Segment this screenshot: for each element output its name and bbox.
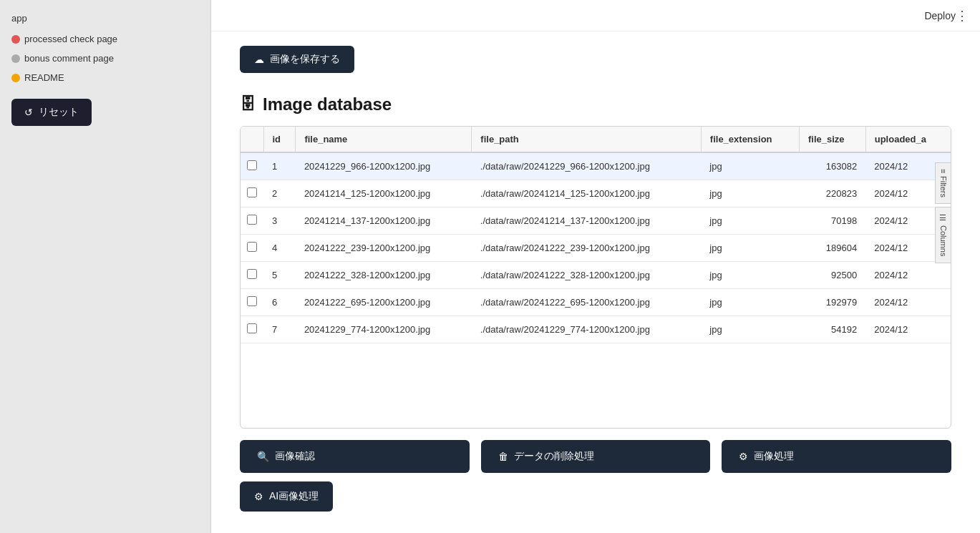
table-cell: jpg [701,262,799,289]
table-cell: ./data/raw/20241229_966-1200x1200.jpg [472,152,701,180]
row-checkbox-cell[interactable] [241,152,263,180]
table-cell: jpg [701,235,799,262]
section-title: 🗄 Image database [240,94,951,114]
table-cell: 4 [263,235,296,262]
col-file-name: file_name [296,127,472,152]
row-checkbox[interactable] [247,296,257,306]
table-cell: jpg [701,316,799,343]
table-cell: 2024/12 [865,262,951,289]
table-row: 420241222_239-1200x1200.jpg./data/raw/20… [241,235,951,262]
table-row: 520241222_328-1200x1200.jpg./data/raw/20… [241,262,951,289]
bottom-row-2: ⚙ AI画像処理 [240,481,951,512]
table-cell: 20241214_137-1200x1200.jpg [296,207,472,235]
delete-data-button[interactable]: 🗑 データの削除処理 [481,440,711,473]
sidebar: app processed check page bonus comment p… [0,0,211,533]
table-cell: 2 [263,180,296,207]
sidebar-item-processed-check[interactable]: processed check page [0,29,210,49]
cloud-upload-icon: ☁ [254,54,264,65]
table-cell: 20241222_328-1200x1200.jpg [296,262,472,289]
row-checkbox-cell[interactable] [241,262,263,289]
table-cell: jpg [701,180,799,207]
row-checkbox[interactable] [247,160,257,170]
trash-icon: 🗑 [498,451,508,462]
table-header-row: id file_name file_path file_extension fi… [241,127,951,152]
gear-icon: ⚙ [739,451,748,462]
content-area: ☁ 画像を保存する 🗄 Image database id file_name … [211,31,980,533]
row-checkbox-cell[interactable] [241,180,263,207]
table-cell: 163082 [799,152,865,180]
bonus-comment-icon [11,54,20,63]
table-scroll-area[interactable]: id file_name file_path file_extension fi… [241,127,951,428]
search-icon: 🔍 [257,451,269,462]
image-process-button[interactable]: ⚙ 画像処理 [722,440,951,473]
bottom-actions: 🔍 画像確認 🗑 データの削除処理 ⚙ 画像処理 ⚙ AI画像処理 [240,429,951,519]
filters-button[interactable]: ≡ Filters [935,162,951,204]
table-row: 220241214_125-1200x1200.jpg./data/raw/20… [241,180,951,207]
sidebar-item-readme[interactable]: README [0,68,210,87]
table-cell: ./data/raw/20241214_137-1200x1200.jpg [472,207,701,235]
table-cell: 2024/12 [865,289,951,316]
readme-icon [11,74,20,82]
table-cell: jpg [701,207,799,235]
header-checkbox-cell [241,127,263,152]
table-cell: jpg [701,289,799,316]
table-cell: 220823 [799,180,865,207]
row-checkbox[interactable] [247,242,257,252]
image-check-button[interactable]: 🔍 画像確認 [240,440,470,473]
table-cell: 3 [263,207,296,235]
row-checkbox[interactable] [247,323,257,333]
main-content: Deploy ⋮ ☁ 画像を保存する 🗄 Image database id [211,0,980,533]
filter-icon: ≡ [939,169,948,173]
app-label: app [0,7,210,29]
table-cell: 7 [263,316,296,343]
bottom-row-1: 🔍 画像確認 🗑 データの削除処理 ⚙ 画像処理 [240,440,951,473]
top-bar: Deploy ⋮ [211,0,980,31]
table-cell: ./data/raw/20241222_239-1200x1200.jpg [472,235,701,262]
table-cell: 20241222_695-1200x1200.jpg [296,289,472,316]
table-row: 720241229_774-1200x1200.jpg./data/raw/20… [241,316,951,343]
row-checkbox-cell[interactable] [241,289,263,316]
table-cell: jpg [701,152,799,180]
table-cell: 20241229_966-1200x1200.jpg [296,152,472,180]
col-uploaded-at: uploaded_a [865,127,951,152]
data-table: id file_name file_path file_extension fi… [241,127,951,343]
reset-button[interactable]: ↺ リセット [11,99,92,126]
table-cell: 189604 [799,235,865,262]
columns-icon: ☰ [938,213,948,223]
table-cell: 20241222_239-1200x1200.jpg [296,235,472,262]
table-cell: 192979 [799,289,865,316]
table-cell: 54192 [799,316,865,343]
table-row: 620241222_695-1200x1200.jpg./data/raw/20… [241,289,951,316]
deploy-button[interactable]: Deploy [924,10,956,21]
sidebar-item-bonus-comment[interactable]: bonus comment page [0,49,210,68]
sidebar-item-label: bonus comment page [24,53,114,64]
sidebar-item-label: README [24,72,64,83]
row-checkbox-cell[interactable] [241,316,263,343]
table-cell: 2024/12 [865,316,951,343]
table-body: 120241229_966-1200x1200.jpg./data/raw/20… [241,152,951,343]
sidebar-item-label: processed check page [24,34,117,44]
row-checkbox[interactable] [247,269,257,279]
row-checkbox[interactable] [247,215,257,225]
refresh-icon: ↺ [24,107,33,118]
col-file-size: file_size [799,127,865,152]
database-icon: 🗄 [240,95,256,114]
table-row: 320241214_137-1200x1200.jpg./data/raw/20… [241,207,951,235]
table-row: 120241229_966-1200x1200.jpg./data/raw/20… [241,152,951,180]
image-database-table: id file_name file_path file_extension fi… [240,126,951,429]
table-cell: 1 [263,152,296,180]
table-cell: 20241229_774-1200x1200.jpg [296,316,472,343]
row-checkbox-cell[interactable] [241,207,263,235]
row-checkbox-cell[interactable] [241,235,263,262]
table-cell: ./data/raw/20241222_695-1200x1200.jpg [472,289,701,316]
ai-image-process-button[interactable]: ⚙ AI画像処理 [240,481,333,512]
table-cell: 5 [263,262,296,289]
save-image-button[interactable]: ☁ 画像を保存する [240,46,354,73]
kebab-menu-icon[interactable]: ⋮ [956,8,969,24]
table-cell: ./data/raw/20241222_328-1200x1200.jpg [472,262,701,289]
ai-gear-icon: ⚙ [254,491,263,502]
row-checkbox[interactable] [247,187,257,197]
columns-button[interactable]: ☰ Columns [935,207,951,263]
col-file-path: file_path [472,127,701,152]
table-cell: 20241214_125-1200x1200.jpg [296,180,472,207]
